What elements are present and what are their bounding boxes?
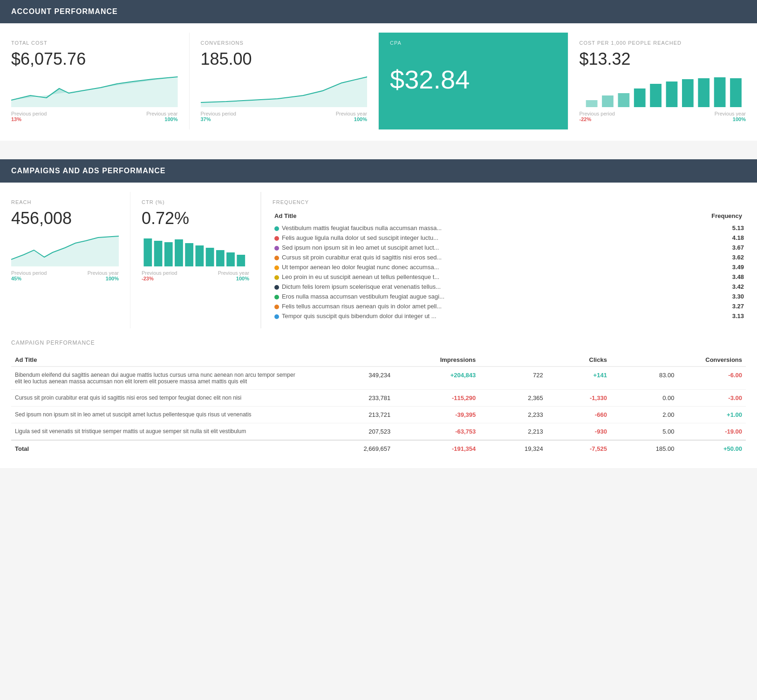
conversions-label: CONVERSIONS <box>201 40 368 46</box>
freq-row-title: Tempor quis suscipit quis bibendum dolor… <box>273 311 664 321</box>
account-header-title: ACCOUNT PERFORMANCE <box>11 7 118 15</box>
freq-row-value: 3.27 <box>664 301 746 311</box>
frequency-label: FREQUENCY <box>273 199 746 205</box>
cp-row-title: Ligula sed sit venenatis sit tristique s… <box>11 423 305 441</box>
svg-rect-20 <box>216 250 225 266</box>
cp1000-prev-year-label: Previous year <box>715 111 746 116</box>
campaigns-header-title: CAMPAIGNS AND ADS PERFORMANCE <box>11 167 166 175</box>
svg-rect-3 <box>602 95 614 107</box>
freq-row: Vestibulum mattis feugiat faucibus nulla… <box>273 223 746 233</box>
frequency-table: Ad Title Frequency Vestibulum mattis feu… <box>273 211 746 321</box>
cp-row-clicks: 2,213 <box>479 423 547 441</box>
cp-row-conversions: 2.00 <box>611 407 678 423</box>
campaign-performance-table: Ad Title Impressions Clicks Conversions … <box>11 353 746 457</box>
freq-row: Felis tellus accumsan risus aenean quis … <box>273 301 746 311</box>
cp-col-clicks: Clicks <box>479 353 611 367</box>
cp-total-conversions-delta: +50.00 <box>678 440 746 457</box>
total-cost-prev-period-pct: 13% <box>11 116 21 122</box>
reach-card: REACH 456,008 Previous period 45% Previo… <box>0 192 130 328</box>
cp-row-clicks-delta: -1,330 <box>547 390 611 407</box>
cp1000-prev-year-pct: 100% <box>733 116 746 122</box>
frequency-section: FREQUENCY Ad Title Frequency Vestibulum … <box>261 192 757 328</box>
conv-prev-year-pct: 100% <box>354 116 367 122</box>
cp-total-impressions: 2,669,657 <box>305 440 394 457</box>
svg-rect-8 <box>682 79 694 107</box>
svg-rect-4 <box>618 93 629 107</box>
freq-row-title: Eros nulla massa accumsan vestibulum feu… <box>273 292 664 301</box>
cp-row-impressions-delta: +204,843 <box>394 367 479 390</box>
freq-row-title: Vestibulum mattis feugiat faucibus nulla… <box>273 223 664 233</box>
conversions-comparison: Previous period 37% Previous year 100% <box>201 111 368 122</box>
freq-col-frequency: Frequency <box>664 211 746 223</box>
conv-prev-period-label: Previous period <box>201 111 236 116</box>
cp-row-clicks: 722 <box>479 367 547 390</box>
cp-row-conversions: 83.00 <box>611 367 678 390</box>
reach-prev-period-pct: 45% <box>11 276 21 281</box>
svg-rect-5 <box>634 88 645 107</box>
freq-row-title: Felis augue ligula nulla dolor ut sed su… <box>273 233 664 243</box>
cost-per-1000-card: COST PER 1,000 PEOPLE REACHED $13.32 <box>568 33 757 129</box>
freq-dot <box>274 256 279 260</box>
svg-rect-15 <box>164 242 173 266</box>
svg-rect-17 <box>185 243 193 266</box>
cp-row-impressions: 207,523 <box>305 423 394 441</box>
cp-row-impressions: 213,721 <box>305 407 394 423</box>
reach-prev-year-label: Previous year <box>88 270 119 276</box>
freq-dot <box>274 314 279 319</box>
freq-dot <box>274 236 279 241</box>
total-cost-prev-period-label: Previous period <box>11 111 47 116</box>
freq-row-value: 3.48 <box>664 272 746 282</box>
conversions-value: 185.00 <box>201 49 368 69</box>
ctr-prev-year-pct: 100% <box>236 276 249 281</box>
freq-row: Tempor quis suscipit quis bibendum dolor… <box>273 311 746 321</box>
account-performance-header: ACCOUNT PERFORMANCE <box>0 0 757 23</box>
svg-rect-10 <box>714 77 725 107</box>
cp-row-impressions-delta: -63,753 <box>394 423 479 441</box>
svg-rect-16 <box>175 239 183 266</box>
cpa-value: $32.84 <box>390 64 557 95</box>
cost-per-1000-chart <box>580 75 746 107</box>
campaigns-metrics-row: REACH 456,008 Previous period 45% Previo… <box>0 183 757 328</box>
cp-row: Bibendum eleifend dui sagittis aenean du… <box>11 367 746 390</box>
cp-total-clicks-delta: -7,525 <box>547 440 611 457</box>
cpa-card: CPA $32.84 <box>379 33 568 129</box>
cp-row-conversions-delta: -6.00 <box>678 367 746 390</box>
freq-row: Sed ipsum non ipsum sit in leo amet ut s… <box>273 243 746 252</box>
freq-dot <box>274 275 279 280</box>
cp-row-title: Sed ipsum non ipsum sit in leo amet ut s… <box>11 407 305 423</box>
svg-rect-18 <box>196 245 204 266</box>
svg-rect-22 <box>237 255 245 266</box>
cpa-label: CPA <box>390 40 557 46</box>
freq-row-value: 3.13 <box>664 311 746 321</box>
ctr-chart <box>142 234 249 266</box>
freq-row: Ut tempor aenean leo dolor feugiat nunc … <box>273 262 746 272</box>
freq-row-value: 3.62 <box>664 252 746 262</box>
campaigns-header: CAMPAIGNS AND ADS PERFORMANCE <box>0 159 757 183</box>
cp-col-ad-title: Ad Title <box>11 353 305 367</box>
svg-rect-19 <box>206 248 214 266</box>
cp-total-conversions: 185.00 <box>611 440 678 457</box>
svg-rect-11 <box>730 78 742 107</box>
ctr-prev-period-label: Previous period <box>142 270 177 276</box>
ctr-prev-year-label: Previous year <box>218 270 249 276</box>
cp-row-conversions-delta: -19.00 <box>678 423 746 441</box>
cp-row: Ligula sed sit venenatis sit tristique s… <box>11 423 746 441</box>
account-metrics-row: TOTAL COST $6,075.76 Previous period 13%… <box>0 23 757 129</box>
ctr-label: CTR (%) <box>142 199 249 205</box>
cp-row-conversions-delta: -3.00 <box>678 390 746 407</box>
cp-total-impressions-delta: -191,354 <box>394 440 479 457</box>
total-cost-label: TOTAL COST <box>11 40 178 46</box>
conv-prev-period-pct: 37% <box>201 116 211 122</box>
cp-row-clicks-delta: -930 <box>547 423 611 441</box>
cp-row: Sed ipsum non ipsum sit in leo amet ut s… <box>11 407 746 423</box>
freq-row-value: 3.42 <box>664 282 746 292</box>
account-performance-section: ACCOUNT PERFORMANCE TOTAL COST $6,075.76… <box>0 0 757 141</box>
cp-row-clicks-delta: +141 <box>547 367 611 390</box>
freq-row: Dictum felis lorem ipsum scelerisque era… <box>273 282 746 292</box>
freq-row-title: Ut tempor aenean leo dolor feugiat nunc … <box>273 262 664 272</box>
freq-dot <box>274 295 279 299</box>
reach-label: REACH <box>11 199 119 205</box>
svg-rect-7 <box>666 82 677 107</box>
ctr-comparison: Previous period -23% Previous year 100% <box>142 270 249 281</box>
freq-dot <box>274 265 279 270</box>
